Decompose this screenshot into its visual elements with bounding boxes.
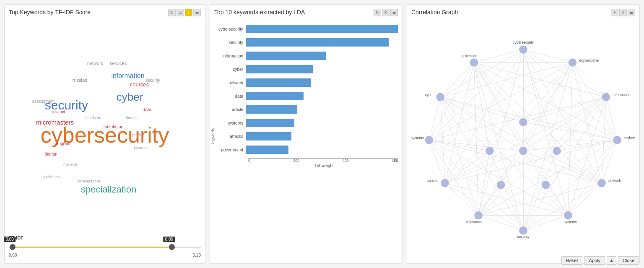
svg-line-64	[429, 62, 474, 140]
node-17	[541, 180, 550, 189]
node-8	[440, 179, 449, 187]
wordcloud-icons: ↻ ☐ ! ☰	[168, 9, 201, 16]
correlation-plus-icon[interactable]: +	[611, 9, 618, 16]
word-guidelines: guidelines	[42, 175, 60, 179]
bar-row-article: article	[214, 104, 398, 115]
apply-button[interactable]: Apply	[584, 256, 605, 265]
svg-line-33	[478, 140, 617, 215]
node-label-11: protection	[462, 54, 478, 58]
svg-line-48	[429, 140, 568, 215]
svg-line-4	[523, 49, 568, 215]
slider-track-container[interactable]: 0.00 0.09	[9, 243, 201, 251]
word-russian: russian	[73, 78, 87, 83]
node-5	[564, 211, 572, 220]
bar-label-data: data	[214, 94, 246, 99]
svg-line-91	[523, 97, 606, 122]
barchart-close-icon[interactable]: ✕	[382, 9, 390, 16]
bar-fill-cyber	[246, 65, 313, 73]
correlation-menu-icon[interactable]: ☰	[628, 9, 635, 16]
node-label-8: attacks	[427, 179, 438, 183]
axis-tick-max: 456	[392, 159, 398, 163]
svg-line-70	[523, 151, 602, 183]
wordcloud-reset-icon[interactable]: ↻	[168, 9, 176, 16]
bar-container-cybersecurity	[246, 25, 398, 33]
bar-fill-information	[246, 52, 326, 60]
correlation-close-icon[interactable]: ✕	[619, 9, 627, 16]
bar-fill-systems	[246, 119, 294, 127]
bar-row-data: data	[214, 90, 398, 102]
bar-label-systems: systems	[214, 121, 246, 125]
word-hands-on: hands-on	[86, 116, 101, 120]
arrow-button[interactable]: ▲	[607, 256, 616, 265]
axis-ticks: 0 200 400 456	[248, 159, 398, 163]
node-3	[613, 135, 622, 144]
bar-row-attacks: attacks	[214, 130, 398, 142]
node-0	[519, 45, 527, 54]
word-micromasters: micromasters	[36, 119, 74, 126]
bar-label-cyber: cyber	[214, 67, 246, 72]
svg-line-19	[440, 62, 572, 97]
node-label-7: relevance	[466, 220, 482, 224]
bar-container-security	[246, 38, 398, 47]
svg-line-42	[429, 140, 602, 183]
bar-container-government	[246, 146, 398, 154]
svg-line-59	[474, 62, 479, 215]
slider-thumb-right[interactable]: 0.09	[169, 244, 175, 250]
bar-row-information: information	[214, 50, 398, 62]
node-label-4: network	[608, 179, 621, 183]
svg-line-31	[568, 140, 617, 215]
svg-line-6	[478, 49, 523, 215]
wordcloud-area: cybersecurity security cyber information…	[9, 21, 201, 232]
main-container: Top Keywords by TF-IDF Score ↻ ☐ ! ☰ cyb…	[0, 0, 644, 268]
svg-line-63	[429, 97, 441, 140]
barchart-area: keywords cybersecurity security informat…	[214, 21, 398, 259]
svg-line-93	[474, 62, 523, 122]
wordcloud-menu-icon[interactable]: ☰	[193, 9, 201, 16]
svg-line-1	[523, 49, 606, 97]
svg-line-45	[523, 215, 568, 230]
svg-line-9	[440, 49, 523, 97]
close-button[interactable]: Close	[618, 256, 639, 265]
xaxis-label: LDA weight	[248, 164, 398, 168]
bar-label-security: security	[214, 40, 246, 45]
svg-line-29	[474, 62, 606, 97]
graph-area: cybersecurity ecybercrime information ec…	[411, 21, 635, 259]
svg-line-57	[429, 140, 478, 215]
node-2	[602, 93, 610, 101]
svg-line-80	[557, 140, 617, 151]
barchart-panel: Top 10 keywords extracted by LDA ↻ ✕ ☰ k…	[210, 4, 402, 264]
node-6	[519, 226, 527, 235]
bar-fill-network	[246, 78, 311, 87]
node-label-1: ecybercrime	[579, 58, 599, 62]
node-label-2: information	[613, 93, 631, 97]
wordcloud-panel: Top Keywords by TF-IDF Score ↻ ☐ ! ☰ cyb…	[4, 4, 205, 264]
node-label-3: ecybersecurity	[623, 136, 635, 140]
svg-line-14	[568, 62, 573, 215]
wordcloud-warning-icon[interactable]: !	[185, 9, 192, 16]
word-internet: internet	[52, 109, 65, 114]
barchart-menu-icon[interactable]: ☰	[390, 9, 398, 16]
svg-line-13	[572, 62, 601, 183]
wordcloud-title: Top Keywords by TF-IDF Score	[9, 9, 91, 16]
bar-fill-article	[246, 105, 297, 114]
node-12	[519, 118, 527, 127]
wordcloud-camera-icon[interactable]: ☐	[177, 9, 184, 16]
barchart-reset-icon[interactable]: ↻	[374, 9, 381, 16]
bar-fill-attacks	[246, 132, 291, 141]
bar-container-article	[246, 105, 398, 114]
svg-line-34	[445, 140, 617, 183]
bar-container-information	[246, 52, 398, 60]
svg-line-21	[606, 97, 618, 140]
bar-row-security: security	[214, 36, 398, 48]
bar-container-attacks	[246, 132, 398, 141]
svg-line-74	[445, 151, 523, 183]
svg-line-51	[478, 215, 523, 230]
axis-tick-400: 400	[343, 159, 349, 163]
bar-label-network: network	[214, 81, 246, 85]
bar-row-systems: systems	[214, 117, 398, 129]
slider-thumb-left[interactable]: 0.00	[10, 244, 16, 250]
network-svg: cybersecurity ecybercrime information ec…	[411, 21, 635, 259]
word-contributor: contributor	[103, 124, 122, 129]
reset-button[interactable]: Reset	[561, 256, 583, 265]
word-threats: threats	[126, 116, 138, 120]
